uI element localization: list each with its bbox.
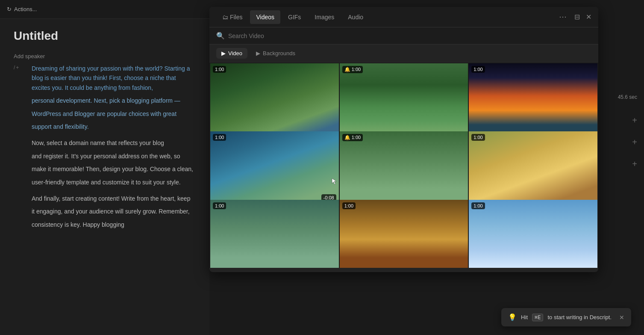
- media-tabs: 🗂 Files Videos GIFs Images Audio ⊟ ✕: [209, 7, 598, 27]
- thumb-badge-2: 🔔 1:00: [342, 66, 363, 73]
- thumb-badge-3: 1:00: [471, 66, 485, 73]
- video-thumb-5[interactable]: 🔔 1:00: [340, 131, 468, 204]
- thumb-img-1: [210, 63, 339, 136]
- filter-bar: ▶ Video ▶ Backgrounds: [209, 44, 598, 62]
- doc-title[interactable]: Untitled: [14, 29, 196, 43]
- video-thumb-3[interactable]: 1:00: [469, 63, 597, 136]
- video-grid: 1:00 🔔 1:00 1:00 1:00 -0:08 🔔 1:00 1:00 …: [209, 62, 598, 268]
- paragraph-block-5: Now, select a domain name that reflects …: [14, 138, 196, 148]
- top-bar: ↻ Actions...: [0, 0, 209, 19]
- thumb-badge-9: 1:00: [471, 202, 485, 209]
- video-thumb-1[interactable]: 1:00: [210, 63, 339, 136]
- para-text-1[interactable]: Dreaming of sharing your passion with th…: [32, 64, 196, 92]
- thumb-badge-4: 1:00: [213, 134, 226, 141]
- para-text-6[interactable]: and register it. It's your personal addr…: [32, 151, 180, 161]
- tab-audio-label: Audio: [348, 14, 363, 21]
- timeline-duration: 45.6 sec: [618, 94, 637, 100]
- thumb-img-8: [340, 200, 468, 268]
- thumb-badge-6: 1:00: [471, 134, 485, 141]
- shortcut-key: ⌘E: [532, 314, 543, 321]
- files-icon: 🗂: [222, 14, 228, 21]
- tab-audio[interactable]: Audio: [342, 10, 369, 24]
- thumb-img-9: [469, 200, 597, 268]
- video-thumb-2[interactable]: 🔔 1:00: [340, 63, 468, 136]
- tab-files[interactable]: 🗂 Files: [216, 10, 248, 24]
- para-text-11[interactable]: consistency is key. Happy blogging: [32, 220, 124, 229]
- filter-backgrounds-label: Backgrounds: [263, 50, 295, 56]
- notif-suffix: to start writing in Descript.: [547, 314, 612, 320]
- para-controls-1: / +: [14, 65, 29, 71]
- tab-videos[interactable]: Videos: [250, 10, 280, 24]
- notif-text: Hit: [521, 314, 528, 320]
- para-text-8[interactable]: user-friendly template and customize it …: [32, 178, 181, 187]
- search-bar: 🔍: [209, 27, 598, 44]
- tab-images[interactable]: Images: [309, 10, 340, 24]
- paragraph-block-1: / + Dreaming of sharing your passion wit…: [14, 64, 196, 92]
- paragraph-block-8: user-friendly template and customize it …: [14, 178, 196, 187]
- thumb-badge-8: 1:00: [342, 202, 356, 209]
- paragraph-block-7: make it memorable! Then, design your blo…: [14, 164, 196, 174]
- paragraph-block-4: support and flexibility.: [14, 122, 196, 131]
- thumb-img-5: [340, 131, 468, 204]
- paragraph-block-9: And finally, start creating content! Wri…: [14, 194, 196, 203]
- notification-close-button[interactable]: ✕: [619, 314, 624, 321]
- lightbulb-icon: 💡: [508, 313, 517, 321]
- paragraph-block-10: it engaging, and your audience will sure…: [14, 207, 196, 216]
- thumb-badge-7: 1:00: [213, 202, 226, 209]
- thumb-img-7: [210, 200, 339, 268]
- paragraph-block-2: personal development. Next, pick a blogg…: [14, 96, 196, 105]
- thumb-img-4: [210, 131, 339, 204]
- thumb-badge-1: 1:00: [213, 66, 226, 73]
- add-speaker: Add speaker: [14, 53, 196, 59]
- search-input[interactable]: [228, 33, 591, 39]
- filter-backgrounds[interactable]: ▶ Backgrounds: [251, 48, 300, 59]
- actions-label: Actions...: [14, 6, 37, 12]
- right-timeline: 45.6 sec + + +: [593, 0, 644, 335]
- media-panel: 🗂 Files Videos GIFs Images Audio ⊟ ✕ ⋯ 🔍…: [209, 7, 598, 272]
- tab-files-label: Files: [230, 14, 243, 21]
- para-text-10[interactable]: it engaging, and your audience will sure…: [32, 207, 190, 216]
- video-thumb-9[interactable]: 1:00: [469, 200, 597, 268]
- para-text-4[interactable]: support and flexibility.: [32, 122, 89, 131]
- para-slash: /: [14, 65, 15, 71]
- bg-filter-icon: ▶: [256, 50, 260, 56]
- para-text-9[interactable]: And finally, start creating content! Wri…: [32, 194, 190, 203]
- para-text-7[interactable]: make it memorable! Then, design your blo…: [32, 164, 193, 174]
- add-clip-button-3[interactable]: +: [632, 159, 637, 169]
- add-clip-button-2[interactable]: +: [632, 137, 637, 147]
- video-filter-icon: ▶: [221, 50, 226, 56]
- tab-images-label: Images: [315, 14, 334, 21]
- editor-content: Untitled Add speaker / + Dreaming of sha…: [0, 19, 209, 243]
- paragraph-block-3: WordPress and Blogger are popular choice…: [14, 109, 196, 119]
- filter-video[interactable]: ▶ Video: [216, 48, 247, 59]
- notification-bar: 💡 Hit ⌘E to start writing in Descript. ✕: [501, 308, 631, 326]
- video-thumb-4[interactable]: 1:00 -0:08: [210, 131, 339, 204]
- video-thumb-7[interactable]: 1:00: [210, 200, 339, 268]
- thumb-badge-5: 🔔 1:00: [342, 134, 363, 141]
- tab-gifs[interactable]: GIFs: [282, 10, 307, 24]
- video-thumb-6[interactable]: 1:00: [469, 131, 597, 204]
- tab-gifs-label: GIFs: [288, 14, 301, 21]
- actions-button[interactable]: ↻ Actions...: [7, 6, 37, 12]
- collapse-panel-button[interactable]: ⊟: [574, 13, 580, 21]
- thumb-img-6: [469, 131, 597, 204]
- thumb-img-3: [469, 63, 597, 136]
- para-text-3[interactable]: WordPress and Blogger are popular choice…: [32, 109, 176, 119]
- actions-icon: ↻: [7, 6, 12, 12]
- editor-area: ↻ Actions... Untitled Add speaker / + Dr…: [0, 0, 209, 335]
- para-text-5[interactable]: Now, select a domain name that reflects …: [32, 138, 164, 148]
- filter-video-label: Video: [228, 50, 242, 56]
- add-clip-button-1[interactable]: +: [632, 116, 637, 125]
- video-thumb-8[interactable]: 1:00: [340, 200, 468, 268]
- search-icon: 🔍: [216, 32, 225, 40]
- paragraph-block-11: consistency is key. Happy blogging: [14, 220, 196, 229]
- para-text-2[interactable]: personal development. Next, pick a blogg…: [32, 96, 180, 105]
- paragraph-block-6: and register it. It's your personal addr…: [14, 151, 196, 161]
- kebab-menu-button[interactable]: ⋯: [559, 12, 567, 21]
- thumb-img-2: [340, 63, 468, 136]
- para-plus[interactable]: +: [16, 65, 19, 71]
- tab-videos-label: Videos: [256, 14, 274, 21]
- close-panel-button[interactable]: ✕: [586, 13, 591, 21]
